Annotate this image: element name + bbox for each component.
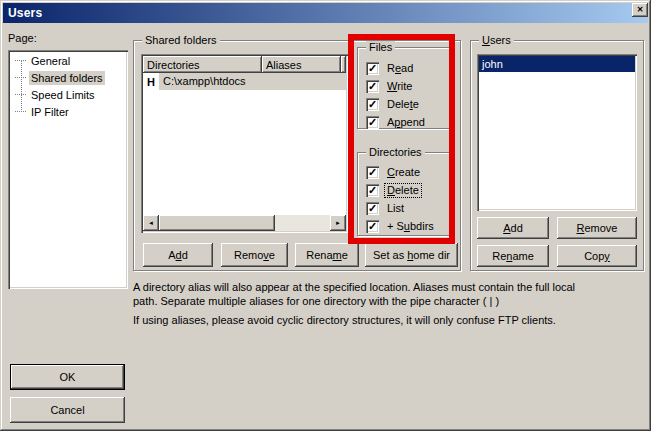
sidebar-item-label: Speed Limits [29,88,97,102]
hscrollbar-track[interactable] [275,215,330,231]
button-label: Rename [492,250,534,262]
add-user-button[interactable]: Add [477,217,549,239]
scroll-left-icon: ◄ [148,220,154,226]
page-tree: General Shared folders Speed Limits IP F… [8,50,128,289]
scroll-right-button[interactable]: ► [330,215,346,231]
cancel-button[interactable]: Cancel [10,397,125,423]
sidebar-item-ip-filter[interactable]: IP Filter [10,103,126,120]
window-title: Users [8,6,42,20]
column-header-directories[interactable]: Directories [143,56,262,73]
rename-user-button[interactable]: Rename [477,245,549,267]
sidebar-item-label: General [29,54,72,68]
button-label: Add [168,249,188,261]
sidebar-item-label-selected: Shared folders [29,71,105,85]
directories-list: Directories Aliases H C:\xampp\htdocs ◄ [141,54,348,233]
page-label: Page: [8,32,37,44]
users-group-label: Users [479,34,514,47]
rename-directory-button[interactable]: Rename [295,243,359,267]
button-label: Remove [577,222,618,234]
button-label: Copy [584,250,610,262]
column-header-label: Directories [147,59,200,71]
horizontal-scrollbar[interactable]: ◄ ► [143,215,346,231]
tree-branch-icon [15,60,26,61]
column-header-filler [341,56,346,73]
shared-folders-group-label: Shared folders [142,34,220,47]
alias-note-line2: path. Separate multiple aliases for one … [133,295,499,307]
button-label: Rename [306,249,348,261]
directory-path: C:\xampp\htdocs [159,73,346,90]
sidebar-item-speed-limits[interactable]: Speed Limits [10,86,126,103]
ok-button[interactable]: OK [10,364,125,390]
remove-user-button[interactable]: Remove [557,217,637,239]
hscrollbar-thumb[interactable] [159,215,275,231]
button-label: Set as home dir [373,249,450,261]
close-icon: ✕ [637,6,644,14]
users-list: john [477,54,637,211]
sidebar-item-shared-folders[interactable]: Shared folders [10,69,126,86]
tree-branch-icon [15,77,26,78]
users-dialog: Users ✕ Page: General Shared folders Spe… [0,0,651,431]
button-label: Cancel [50,404,84,416]
list-item-user[interactable]: john [479,56,635,72]
button-label: OK [60,371,76,383]
button-label: Add [503,222,523,234]
button-label: Remove [234,249,275,261]
title-bar[interactable]: Users [3,3,648,23]
list-empty-area [143,90,346,215]
tree-branch-icon [15,94,26,95]
sidebar-item-label: IP Filter [29,105,71,119]
scroll-right-icon: ► [335,220,341,226]
alias-note-line1: A directory alias will also appear at th… [133,281,575,293]
tree-branch-icon [15,111,26,112]
column-header-aliases[interactable]: Aliases [262,56,341,73]
remove-directory-button[interactable]: Remove [221,243,288,267]
column-header-label: Aliases [266,59,301,71]
set-as-home-dir-button[interactable]: Set as home dir [365,243,458,267]
copy-user-button[interactable]: Copy [557,245,637,267]
add-directory-button[interactable]: Add [143,243,213,267]
scroll-left-button[interactable]: ◄ [143,215,159,231]
home-dir-marker: H [143,76,159,88]
sidebar-item-general[interactable]: General [10,52,126,69]
cyclic-note: If using aliases, please avoid cyclic di… [133,314,556,326]
annotation-highlight-rectangle [348,34,455,244]
list-header: Directories Aliases [143,56,346,73]
table-row[interactable]: H C:\xampp\htdocs [143,73,346,90]
close-button[interactable]: ✕ [632,3,648,17]
